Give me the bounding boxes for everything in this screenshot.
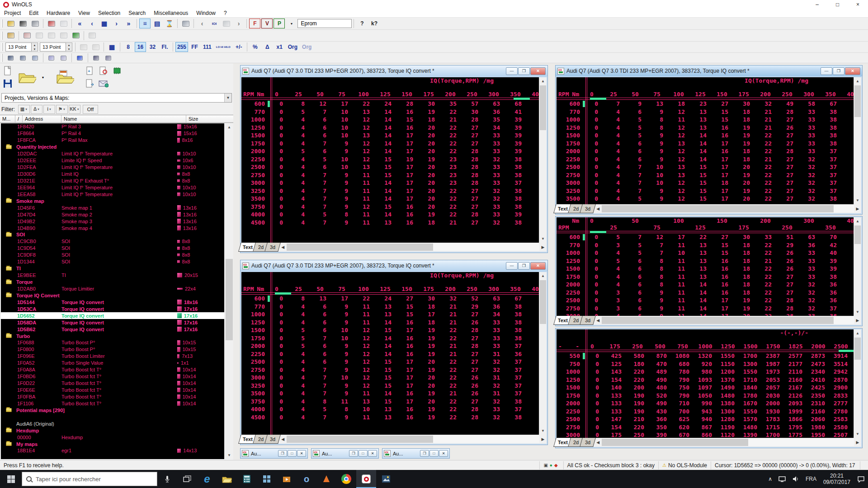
cell-value[interactable]: 32 xyxy=(439,295,460,303)
cell-value[interactable]: 17 xyxy=(395,131,417,140)
cell-value[interactable]: 19 xyxy=(732,124,754,132)
cell-value[interactable]: 22 xyxy=(754,241,775,249)
column-header-address[interactable]: Address xyxy=(23,115,61,122)
scroll-down-icon[interactable]: ▼ xyxy=(539,235,547,243)
cell-value[interactable]: 32 xyxy=(482,358,504,366)
cell-value[interactable]: 17 xyxy=(710,305,732,313)
window-close-button[interactable]: ✕ xyxy=(297,450,306,457)
cell-value[interactable]: 13 xyxy=(645,100,667,108)
cell-value[interactable]: 125 xyxy=(603,360,625,368)
horizontal-scrollbar[interactable] xyxy=(602,439,854,446)
cell-value[interactable]: 143 xyxy=(603,368,625,376)
window-restore-button[interactable]: ❐ xyxy=(420,450,429,457)
cell-value[interactable]: 20 xyxy=(417,358,439,366)
menu-item-view[interactable]: View xyxy=(74,9,94,17)
spin-down-icon[interactable]: ▼ xyxy=(32,47,38,51)
cell-value[interactable]: 6 xyxy=(623,273,645,281)
chip-hash-icon[interactable] xyxy=(70,31,81,41)
cell-value[interactable]: 33 xyxy=(754,233,775,241)
grid-a-icon[interactable] xyxy=(46,54,57,62)
cell-value[interactable]: 4 xyxy=(287,405,308,413)
cell-value[interactable]: 22 xyxy=(352,295,373,303)
cell-value[interactable]: 18 xyxy=(710,179,732,187)
hscroll-left-icon[interactable]: ◀ xyxy=(594,316,602,325)
cell-value[interactable]: 21 xyxy=(439,342,460,350)
cell-value[interactable]: 4 xyxy=(287,203,308,211)
cell-value[interactable]: 32 xyxy=(482,187,504,195)
cell-value[interactable]: 33 xyxy=(482,140,504,148)
cell-value[interactable]: 17 xyxy=(395,374,417,382)
cell-value[interactable]: 0 xyxy=(265,413,287,422)
cell-value[interactable]: 13 xyxy=(373,310,395,319)
cell-value[interactable]: 200 xyxy=(625,384,648,392)
cell-value[interactable]: 0 xyxy=(580,399,603,408)
cell-value[interactable]: 5 xyxy=(602,233,623,241)
cell-value[interactable]: 9 xyxy=(330,310,352,319)
cell-value[interactable]: 0 xyxy=(265,405,287,413)
cell-value[interactable]: 5 xyxy=(308,155,330,164)
cell-value[interactable]: 70 xyxy=(819,233,840,241)
display-icon[interactable] xyxy=(775,470,789,488)
minimized-window-3[interactable]: Au...❐□✕ xyxy=(382,448,450,459)
tab-3d[interactable]: 3d xyxy=(264,243,281,252)
cell-value[interactable]: 26 xyxy=(460,389,482,398)
folder-row[interactable]: Smoke map xyxy=(1,197,224,204)
cell-value[interactable]: 28 xyxy=(775,296,797,305)
cell-value[interactable]: 4 xyxy=(602,124,623,132)
map-row[interactable]: 1F0A8ATurbo Boost fct T°10x14 xyxy=(1,366,224,373)
cell-value[interactable]: 38 xyxy=(819,116,840,124)
cell-value[interactable]: 5 xyxy=(308,211,330,219)
column-header[interactable]: 175 xyxy=(733,91,755,98)
cell-value[interactable]: 4 xyxy=(287,398,308,406)
minimized-window-2[interactable]: Au...❐□✕ xyxy=(311,448,379,459)
cell-value[interactable]: 20 xyxy=(417,195,439,203)
cell-value[interactable]: 39 xyxy=(504,140,525,148)
cell-value[interactable]: 21 xyxy=(754,257,775,265)
cell-value[interactable]: 14 xyxy=(373,319,395,327)
cell-value[interactable]: 6 xyxy=(623,257,645,265)
task-view-icon[interactable] xyxy=(177,470,197,488)
cell-value[interactable]: 0 xyxy=(265,203,287,211)
cell-value[interactable]: 19 xyxy=(732,131,754,140)
cell-value[interactable]: 1866 xyxy=(783,415,806,423)
map-row[interactable]: 1D2DACLimit IQ f° Temperature10x10 xyxy=(1,150,224,157)
cell-value[interactable]: 39 xyxy=(819,257,840,265)
map-row[interactable]: 1C9CB0SOI8x8 xyxy=(1,238,224,245)
cell-value[interactable]: 0 xyxy=(580,392,603,400)
horizontal-scrollbar[interactable] xyxy=(287,436,539,443)
cell-value[interactable]: 4 xyxy=(602,249,623,257)
cell-value[interactable]: 33 xyxy=(482,319,504,327)
cell-value[interactable]: 19 xyxy=(732,187,754,195)
cell-value[interactable]: 28 xyxy=(460,326,482,334)
cell-value[interactable]: 2177 xyxy=(783,360,806,368)
cell-value[interactable]: 0 xyxy=(265,140,287,148)
cell-value[interactable]: 5 xyxy=(623,124,645,132)
cell-value[interactable]: 1150 xyxy=(716,360,738,368)
cell-value[interactable]: 7 xyxy=(623,171,645,179)
cell-value[interactable]: 7 xyxy=(308,413,330,422)
cell-value[interactable]: 27 xyxy=(775,131,797,140)
cell-value[interactable]: 2780 xyxy=(829,408,851,416)
write-chip-icon[interactable] xyxy=(21,31,33,41)
cell-value[interactable]: 28 xyxy=(395,100,417,108)
cell-value[interactable]: 1950 xyxy=(806,431,829,438)
cell-value[interactable]: 22 xyxy=(754,195,775,203)
cell-value[interactable]: 0 xyxy=(580,384,603,392)
next-map-icon[interactable]: › xyxy=(111,19,122,28)
cell-value[interactable]: 15 xyxy=(373,203,395,211)
menu-item-edit[interactable]: Edit xyxy=(25,9,42,17)
cell-value[interactable]: 32 xyxy=(482,219,504,227)
cell-value[interactable]: 9 xyxy=(330,195,352,203)
cell-value[interactable]: 16 xyxy=(395,211,417,219)
tab-3d[interactable]: 3d xyxy=(580,316,596,325)
column-header[interactable]: 75 xyxy=(331,91,353,98)
cell-value[interactable]: 9 xyxy=(330,342,352,350)
cell-value[interactable]: 2425 xyxy=(806,384,829,392)
new-project-button[interactable] xyxy=(1,65,14,77)
cell-value[interactable]: 22 xyxy=(439,203,460,211)
cell-value[interactable]: 6 xyxy=(623,312,645,316)
cell-value[interactable]: 12 xyxy=(352,147,373,155)
cell-value[interactable]: 0 xyxy=(580,155,602,164)
cell-value[interactable]: 11 xyxy=(352,389,373,398)
cell-value[interactable]: 6 xyxy=(308,124,330,132)
